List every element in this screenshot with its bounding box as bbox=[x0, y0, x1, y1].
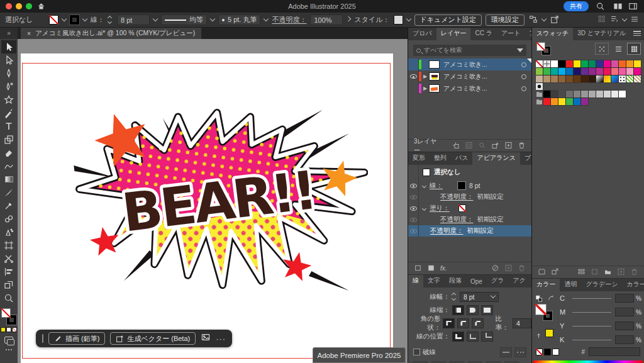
color-swatch[interactable] bbox=[611, 91, 618, 98]
appearance-opacity-row-selected[interactable]: 不透明度： 初期設定 bbox=[408, 225, 531, 237]
color-swatch[interactable] bbox=[589, 91, 596, 98]
paintbrush-tool[interactable] bbox=[1, 106, 16, 120]
swatch-group-folder[interactable] bbox=[536, 98, 543, 105]
stroke-weight-value[interactable]: 8 pt bbox=[117, 14, 150, 25]
channel-value-input[interactable] bbox=[615, 294, 634, 303]
channel-slider[interactable] bbox=[572, 298, 611, 299]
color-swatch[interactable] bbox=[589, 75, 596, 82]
opacity-expand-icon[interactable] bbox=[346, 16, 351, 21]
artboard-tool[interactable] bbox=[1, 238, 16, 252]
fill-color-swatch[interactable] bbox=[49, 15, 58, 25]
eyedropper-tool[interactable] bbox=[1, 199, 16, 212]
channel-slider[interactable] bbox=[572, 340, 611, 340]
shape-builder-tool[interactable] bbox=[1, 278, 16, 291]
color-swatch[interactable] bbox=[558, 98, 565, 105]
color-swatch[interactable] bbox=[619, 91, 626, 98]
tab-swatches[interactable]: スウォッチ bbox=[532, 28, 573, 40]
filter-icon[interactable] bbox=[517, 48, 523, 52]
tab-gradient[interactable]: グラ bbox=[487, 275, 508, 288]
color-swatch[interactable] bbox=[566, 98, 573, 105]
color-swatch[interactable] bbox=[634, 68, 641, 75]
color-swatch[interactable] bbox=[604, 68, 611, 75]
add-to-library-icon[interactable] bbox=[551, 268, 559, 277]
expand-icon[interactable]: ▶ bbox=[421, 74, 429, 79]
workflow-icon[interactable] bbox=[528, 15, 538, 25]
color-swatch[interactable] bbox=[551, 98, 558, 105]
shift-color-icon[interactable] bbox=[535, 330, 542, 342]
reference-image-icon[interactable] bbox=[201, 333, 211, 344]
color-swatch[interactable] bbox=[543, 98, 550, 105]
style-chevron-icon[interactable] bbox=[406, 16, 411, 21]
scissors-tool[interactable] bbox=[1, 252, 16, 265]
dot-swatch[interactable] bbox=[536, 83, 543, 90]
brush-chevron-icon[interactable] bbox=[264, 16, 269, 21]
align-tool[interactable] bbox=[1, 265, 16, 278]
layer-thumbnail[interactable] bbox=[429, 60, 440, 69]
stroke-weight-chevron-icon[interactable] bbox=[153, 16, 158, 21]
eraser-tool[interactable] bbox=[1, 146, 16, 159]
swatch-options-icon[interactable] bbox=[577, 268, 586, 277]
white-swatch[interactable] bbox=[552, 349, 559, 355]
align-center-button[interactable] bbox=[452, 332, 464, 342]
fill-link[interactable]: 塗り： bbox=[430, 204, 450, 213]
layer-target-icon[interactable] bbox=[521, 74, 526, 79]
expand-toolbar-icon[interactable]: » bbox=[0, 28, 18, 39]
color-swatch[interactable] bbox=[589, 68, 596, 75]
opacity-value[interactable]: 100% bbox=[310, 14, 343, 25]
new-sublayer-icon[interactable] bbox=[491, 142, 499, 150]
cap-butt-button[interactable] bbox=[452, 305, 464, 315]
color-swatch[interactable] bbox=[581, 60, 588, 67]
color-swatch[interactable] bbox=[604, 60, 611, 67]
channel-value-input[interactable] bbox=[615, 308, 634, 316]
document-setup-button[interactable]: ドキュメント設定 bbox=[414, 14, 482, 26]
color-swatch[interactable] bbox=[581, 75, 588, 82]
dotpat-swatch[interactable] bbox=[619, 75, 626, 82]
list-view-icon[interactable] bbox=[611, 43, 625, 55]
visibility-toggle[interactable] bbox=[408, 180, 419, 191]
color-swatch[interactable] bbox=[626, 60, 633, 67]
hex-value-input[interactable] bbox=[589, 347, 640, 356]
none-swatch[interactable] bbox=[536, 349, 543, 355]
shape-tool[interactable] bbox=[1, 93, 16, 106]
workspace-switcher-icon[interactable] bbox=[613, 2, 623, 11]
color-swatch[interactable] bbox=[581, 98, 588, 105]
reg-swatch[interactable] bbox=[543, 60, 550, 67]
add-effect-icon[interactable]: fx. bbox=[440, 265, 447, 272]
layer-name[interactable]: アメコミ吹き... bbox=[443, 72, 487, 81]
color-swatch[interactable] bbox=[581, 68, 588, 75]
color-swatch[interactable] bbox=[619, 60, 626, 67]
fill-proxy-swatch[interactable] bbox=[1, 308, 11, 318]
type-tool[interactable] bbox=[1, 120, 16, 133]
fill-swatch[interactable] bbox=[458, 204, 466, 212]
color-swatch[interactable] bbox=[596, 68, 603, 75]
align-outside-button[interactable] bbox=[481, 332, 493, 342]
tab-gradient[interactable]: グラデーシ bbox=[581, 279, 622, 291]
corner-round-button[interactable] bbox=[457, 318, 469, 328]
preferences-button[interactable]: 環境設定 bbox=[486, 14, 525, 26]
tab-artboards[interactable]: アート bbox=[497, 28, 525, 40]
stroke-link[interactable]: 線： bbox=[430, 181, 443, 190]
generate-vector-button[interactable]: 生成ベクター (Beta) bbox=[110, 332, 196, 345]
color-swatch[interactable] bbox=[574, 68, 580, 75]
tab-brushes[interactable]: ブラ bbox=[520, 152, 531, 165]
fill-proxy-swatch[interactable] bbox=[535, 304, 547, 315]
panel-menu-icon[interactable] bbox=[633, 30, 641, 37]
color-swatch[interactable] bbox=[558, 68, 565, 75]
layer-row[interactable]: アメコミ吹き... bbox=[408, 59, 531, 70]
new-layer-icon[interactable] bbox=[504, 142, 513, 150]
stroke-weight-stepper[interactable] bbox=[108, 16, 113, 23]
fill-chevron-icon[interactable] bbox=[62, 16, 67, 21]
color-swatch[interactable] bbox=[558, 60, 565, 67]
layer-row[interactable]: ▶ アメコミ吹き... bbox=[408, 82, 531, 94]
layer-name[interactable]: アメコミ吹き... bbox=[443, 84, 487, 93]
dashed-line-checkbox[interactable] bbox=[413, 349, 420, 355]
color-swatch[interactable] bbox=[574, 91, 580, 98]
tab-transparency[interactable]: 透明 bbox=[560, 279, 581, 291]
style-swatch[interactable] bbox=[394, 15, 403, 25]
visibility-toggle[interactable] bbox=[408, 70, 419, 82]
appearance-opacity-row[interactable]: 不透明度： 初期設定 bbox=[408, 214, 531, 225]
color-swatch[interactable] bbox=[551, 91, 558, 98]
visibility-toggle[interactable] bbox=[408, 82, 419, 94]
channel-value-input[interactable] bbox=[615, 321, 634, 330]
expand-icon[interactable]: ▶ bbox=[421, 86, 429, 91]
